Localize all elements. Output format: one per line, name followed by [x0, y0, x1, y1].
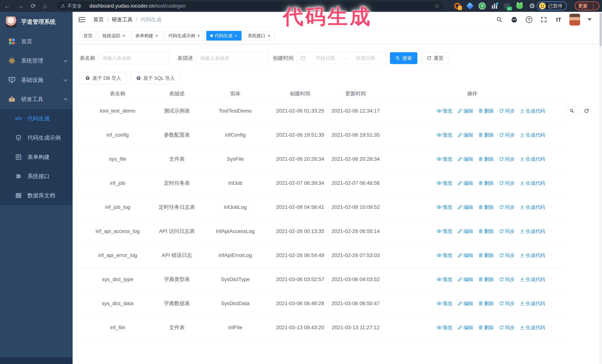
action-delete[interactable]: 删除 — [478, 324, 494, 331]
sidebar-item-codegen[interactable]: 代码生成 — [0, 109, 73, 128]
action-preview[interactable]: 预览 — [437, 324, 452, 331]
action-generate-code[interactable]: 生成代码 — [520, 180, 545, 187]
action-sync[interactable]: 同步 — [499, 324, 515, 331]
action-edit[interactable]: 编辑 — [458, 324, 473, 331]
action-generate-code[interactable]: 生成代码 — [520, 300, 545, 307]
create-time-range-picker[interactable]: 开始日期 - 结束日期 — [297, 52, 386, 64]
avatar-dropdown-caret-icon[interactable] — [588, 18, 592, 21]
tab-close-icon[interactable] — [155, 33, 158, 38]
action-edit[interactable]: 编辑 — [458, 252, 473, 259]
action-delete[interactable]: 删除 — [478, 300, 494, 307]
profile-paused-pill[interactable]: 已暂停 — [537, 1, 567, 10]
sidebar-item-infra[interactable]: 基础设施 — [0, 70, 73, 90]
action-delete[interactable]: 删除 — [478, 276, 494, 283]
tab-item[interactable]: 代码生成示例 — [164, 31, 204, 41]
action-edit[interactable]: 编辑 — [458, 156, 473, 162]
action-preview[interactable]: 预览 — [437, 204, 452, 210]
tab-close-icon[interactable] — [197, 33, 200, 38]
font-size-icon[interactable] — [555, 16, 563, 24]
tab-item[interactable]: 表单构建 — [131, 31, 162, 41]
action-preview[interactable]: 预览 — [437, 180, 452, 187]
action-edit[interactable]: 编辑 — [458, 228, 473, 235]
page-scrollbar[interactable] — [599, 12, 602, 364]
action-edit[interactable]: 编辑 — [458, 276, 473, 283]
sidebar-item-system[interactable]: 系统管理 — [0, 51, 73, 70]
breadcrumb-home[interactable]: 首页 — [93, 16, 104, 23]
action-sync[interactable]: 同步 — [499, 228, 515, 235]
import-db-button[interactable]: 基于 DB 导入 — [80, 72, 127, 84]
action-edit[interactable]: 编辑 — [458, 300, 473, 307]
action-preview[interactable]: 预览 — [437, 228, 452, 235]
tab-close-icon[interactable] — [122, 33, 125, 38]
action-edit[interactable]: 编辑 — [458, 108, 473, 114]
refresh-button[interactable] — [581, 105, 592, 116]
browser-reload-icon[interactable] — [31, 3, 36, 9]
fullscreen-icon[interactable] — [540, 16, 548, 24]
action-delete[interactable]: 删除 — [478, 180, 494, 187]
action-generate-code[interactable]: 生成代码 — [520, 276, 545, 283]
action-edit[interactable]: 编辑 — [458, 204, 473, 210]
action-preview[interactable]: 预览 — [437, 252, 452, 259]
sidebar-item-db-doc[interactable]: 数据库文档 — [0, 186, 73, 205]
action-generate-code[interactable]: 生成代码 — [520, 204, 545, 210]
sidebar-item-system-api[interactable]: 系统接口 — [0, 167, 73, 186]
action-sync[interactable]: 同步 — [499, 156, 515, 162]
browser-menu-icon[interactable] — [590, 3, 596, 9]
action-delete[interactable]: 删除 — [478, 156, 494, 162]
sidebar-item-codegen-example[interactable]: 代码生成示例 — [0, 128, 73, 147]
action-generate-code[interactable]: 生成代码 — [520, 324, 545, 331]
extension-icon[interactable] — [516, 2, 524, 10]
reset-button[interactable]: 重置 — [421, 52, 449, 64]
action-generate-code[interactable]: 生成代码 — [520, 252, 545, 259]
breadcrumb-devtools[interactable]: 研发工具 — [112, 16, 133, 23]
scrollbar-thumb[interactable] — [600, 13, 602, 46]
extension-icon[interactable]: V — [479, 2, 486, 10]
user-avatar[interactable] — [570, 14, 580, 26]
search-icon[interactable] — [495, 16, 504, 24]
table-name-input[interactable] — [98, 52, 169, 64]
browser-forward-icon[interactable] — [17, 3, 24, 9]
extension-icon[interactable]: on — [503, 2, 511, 10]
tab-item[interactable]: 链路追踪 — [98, 31, 129, 41]
action-generate-code[interactable]: 生成代码 — [520, 156, 545, 162]
action-sync[interactable]: 同步 — [499, 132, 515, 138]
search-button[interactable]: 搜索 — [390, 52, 417, 64]
sidebar-item-devtools[interactable]: 研发工具 — [0, 90, 73, 109]
tab-close-icon[interactable] — [234, 33, 238, 38]
bookmark-star-icon[interactable] — [434, 2, 440, 10]
tab-close-icon[interactable] — [267, 33, 271, 38]
action-sync[interactable]: 同步 — [499, 204, 515, 210]
action-delete[interactable]: 删除 — [478, 132, 494, 138]
action-sync[interactable]: 同步 — [499, 180, 515, 187]
show-search-button[interactable] — [567, 105, 577, 116]
action-preview[interactable]: 预览 — [437, 276, 452, 283]
help-icon[interactable] — [525, 16, 533, 24]
action-sync[interactable]: 同步 — [499, 300, 515, 307]
extension-icon[interactable] — [466, 2, 474, 10]
action-delete[interactable]: 删除 — [478, 108, 494, 114]
action-generate-code[interactable]: 生成代码 — [520, 228, 545, 235]
browser-update-button[interactable]: 更新 — [575, 1, 599, 10]
action-sync[interactable]: 同步 — [499, 276, 515, 283]
browser-back-icon[interactable] — [4, 3, 10, 9]
action-generate-code[interactable]: 生成代码 — [520, 108, 545, 114]
table-desc-input[interactable] — [196, 52, 269, 64]
github-icon[interactable] — [510, 16, 518, 24]
app-logo[interactable]: 芋道管理系统 — [0, 12, 73, 32]
url-bar[interactable]: 不安全 dashboard.yudao.iocoder.cn /tool/cod… — [57, 2, 443, 10]
extension-icon[interactable] — [491, 2, 498, 10]
action-delete[interactable]: 删除 — [478, 204, 494, 210]
tab-item[interactable]: 代码生成 — [206, 31, 242, 41]
tab-item[interactable]: 首页 — [80, 31, 96, 41]
import-sql-button[interactable]: 基于 SQL 导入 — [130, 72, 180, 84]
tab-item[interactable]: 系统接口 — [244, 31, 275, 41]
extensions-menu-icon[interactable] — [528, 2, 536, 10]
action-preview[interactable]: 预览 — [437, 132, 452, 138]
sidebar-item-home[interactable]: 首页 — [0, 32, 73, 51]
sidebar-toggle-icon[interactable] — [78, 16, 86, 23]
action-sync[interactable]: 同步 — [499, 108, 515, 114]
action-generate-code[interactable]: 生成代码 — [520, 132, 545, 138]
action-preview[interactable]: 预览 — [437, 108, 452, 114]
action-edit[interactable]: 编辑 — [458, 132, 473, 138]
action-preview[interactable]: 预览 — [437, 300, 452, 307]
